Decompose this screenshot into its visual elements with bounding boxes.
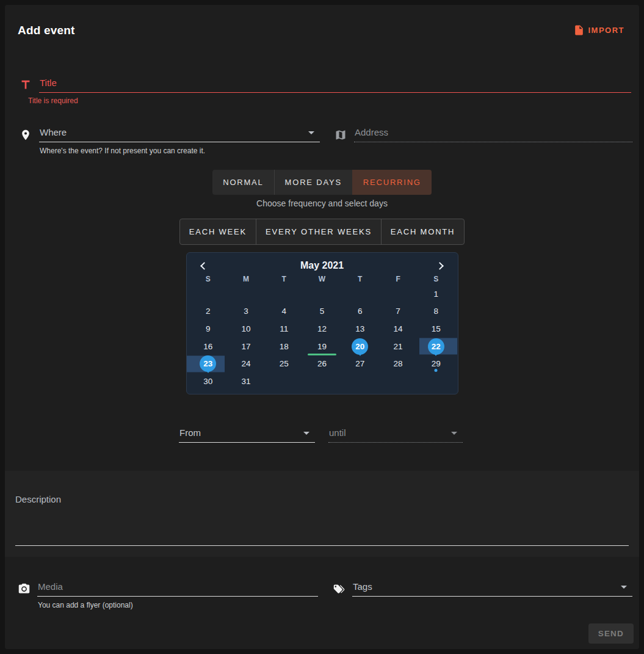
calendar-day-number: 7	[390, 303, 407, 319]
calendar-day-9[interactable]: 9	[189, 320, 227, 338]
from-input[interactable]: From	[179, 427, 315, 443]
event-type-tabs: NORMALMORE DAYSRECURRING	[212, 170, 432, 195]
calendar-day-5[interactable]: 5	[303, 303, 341, 321]
calendar-day-10[interactable]: 10	[227, 320, 265, 338]
calendar-day-27[interactable]: 27	[341, 355, 379, 372]
tab-normal[interactable]: NORMAL	[212, 170, 273, 195]
calendar-day-empty	[341, 372, 379, 390]
media-placeholder: Media	[38, 581, 63, 592]
frequency-option-each-week[interactable]: EACH WEEK	[180, 219, 256, 244]
calendar-weekday: T	[265, 274, 303, 285]
description-input[interactable]: Description	[15, 494, 629, 546]
calendar-day-6[interactable]: 6	[341, 303, 379, 321]
calendar-day-3[interactable]: 3	[227, 303, 265, 321]
next-month-button[interactable]	[432, 258, 447, 274]
calendar-day-31[interactable]: 31	[227, 372, 265, 390]
calendar-day-number: 20	[352, 338, 368, 355]
media-input[interactable]: Media	[37, 581, 318, 597]
calendar-day-19[interactable]: 19	[303, 338, 341, 355]
title-input[interactable]: Title	[39, 78, 631, 93]
calendar-day-number: 12	[314, 321, 330, 337]
chevron-right-icon	[436, 262, 444, 270]
title-field-row: Title	[18, 78, 631, 93]
calendar-weekday: M	[227, 274, 265, 285]
prev-month-button[interactable]	[197, 258, 212, 274]
event-dot	[435, 369, 438, 372]
until-placeholder: until	[329, 427, 346, 438]
calendar-day-21[interactable]: 21	[379, 338, 417, 355]
media-tags-row: Media You can add a flyer (optional) Tag…	[16, 581, 632, 609]
title-icon	[18, 78, 33, 92]
calendar-day-11[interactable]: 11	[265, 320, 303, 338]
calendar-day-empty	[227, 285, 265, 303]
from-placeholder: From	[179, 427, 201, 438]
send-button[interactable]: SEND	[588, 623, 634, 644]
calendar-day-empty	[341, 285, 379, 303]
calendar-day-number: 30	[200, 373, 216, 390]
from-dropdown-arrow-icon[interactable]	[303, 432, 309, 435]
calendar-day-empty	[303, 372, 341, 390]
calendar-day-17[interactable]: 17	[227, 338, 265, 355]
calendar-day-number: 10	[237, 321, 254, 337]
until-input[interactable]: until	[328, 427, 463, 443]
calendar-day-number: 15	[428, 321, 444, 337]
frequency-option-each-month[interactable]: EACH MONTH	[381, 219, 464, 244]
calendar-day-number: 27	[352, 355, 368, 372]
calendar-day-empty	[265, 285, 303, 303]
tags-input[interactable]: Tags	[352, 581, 632, 597]
calendar-day-18[interactable]: 18	[265, 338, 303, 355]
calendar-day-number: 4	[276, 303, 292, 319]
where-placeholder: Where	[40, 127, 67, 137]
calendar-day-4[interactable]: 4	[265, 303, 303, 321]
calendar-day-20[interactable]: 20	[341, 338, 379, 355]
calendar-day-number: 13	[352, 321, 368, 337]
calendar-weekday: F	[379, 274, 417, 285]
add-event-card: Add event IMPORT Title Title is required…	[5, 5, 639, 649]
calendar-day-14[interactable]: 14	[379, 320, 417, 338]
where-dropdown-arrow-icon[interactable]	[308, 131, 314, 134]
calendar-weekday: S	[189, 274, 227, 285]
calendar-day-12[interactable]: 12	[303, 320, 341, 338]
calendar-day-30[interactable]: 30	[189, 372, 227, 390]
calendar-day-number: 11	[276, 321, 292, 337]
import-button[interactable]: IMPORT	[572, 22, 626, 38]
calendar-day-7[interactable]: 7	[379, 303, 417, 321]
page-title: Add event	[18, 24, 75, 37]
tab-more-days[interactable]: MORE DAYS	[274, 170, 352, 195]
tags-icon	[331, 583, 346, 595]
calendar-day-empty	[189, 285, 227, 303]
description-placeholder: Description	[15, 494, 61, 504]
camera-icon	[16, 583, 31, 595]
chevron-left-icon	[200, 262, 208, 270]
calendar-day-empty	[265, 372, 303, 390]
calendar-day-23[interactable]: 23	[189, 355, 227, 372]
until-dropdown-arrow-icon[interactable]	[451, 432, 457, 435]
calendar-day-16[interactable]: 16	[189, 338, 227, 355]
calendar-day-26[interactable]: 26	[303, 355, 341, 372]
where-input[interactable]: Where	[39, 127, 320, 142]
calendar-day-24[interactable]: 24	[227, 355, 265, 372]
media-helper: You can add a flyer (optional)	[38, 601, 318, 609]
address-input[interactable]: Address	[354, 127, 632, 142]
calendar-header: May 2021	[189, 257, 455, 274]
calendar-day-number: 1	[428, 286, 444, 302]
calendar-day-number: 2	[200, 303, 216, 319]
calendar-day-number: 18	[276, 338, 292, 355]
file-import-icon	[573, 24, 585, 36]
calendar-day-28[interactable]: 28	[379, 355, 417, 372]
calendar-day-empty	[379, 285, 417, 303]
tags-dropdown-arrow-icon[interactable]	[621, 586, 627, 589]
calendar-day-29[interactable]: 29	[417, 355, 455, 372]
calendar-day-8[interactable]: 8	[417, 303, 455, 321]
calendar-day-2[interactable]: 2	[189, 303, 227, 321]
calendar-day-number: 17	[237, 338, 254, 355]
where-address-row: Where Where's the event? If not present …	[18, 127, 632, 155]
calendar-day-22[interactable]: 22	[417, 338, 455, 355]
frequency-option-every-other-weeks[interactable]: EVERY OTHER WEEKS	[256, 219, 381, 244]
tab-recurring[interactable]: RECURRING	[352, 170, 432, 195]
calendar-day-13[interactable]: 13	[341, 320, 379, 338]
calendar-day-1[interactable]: 1	[417, 285, 455, 303]
calendar-day-25[interactable]: 25	[265, 355, 303, 372]
calendar-day-number: 14	[390, 321, 407, 337]
calendar-day-15[interactable]: 15	[417, 320, 455, 338]
